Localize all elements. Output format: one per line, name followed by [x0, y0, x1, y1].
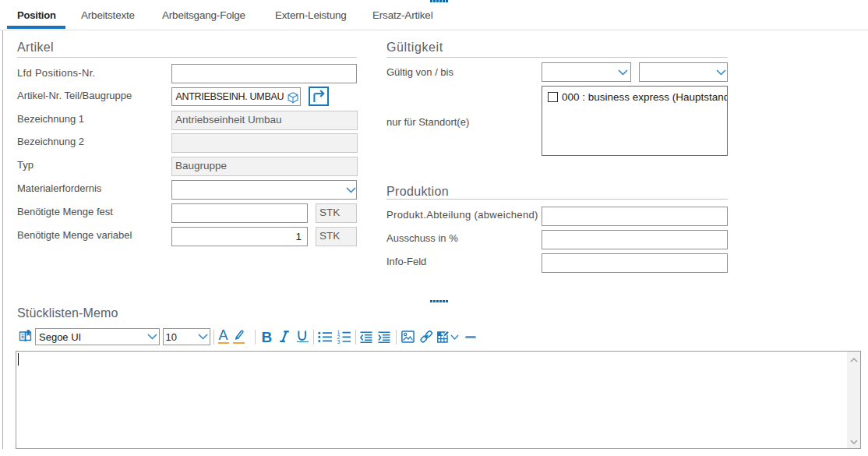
svg-text:3: 3 — [337, 339, 340, 344]
